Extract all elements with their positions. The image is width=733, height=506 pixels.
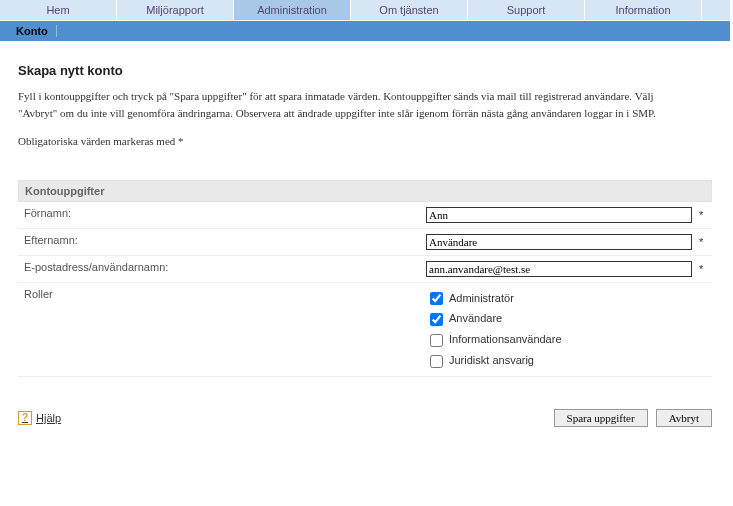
required-mark: *	[695, 236, 703, 248]
cancel-button[interactable]: Avbryt	[656, 409, 712, 427]
role-label: Administratör	[449, 292, 514, 304]
required-mark: *	[695, 263, 703, 275]
nav-tab-support[interactable]: Support	[468, 0, 585, 20]
checkbox-administrator[interactable]	[430, 292, 443, 305]
nav-tab-information[interactable]: Information	[585, 0, 702, 20]
label-efternamn: Efternamn:	[18, 228, 420, 255]
label-email: E-postadress/användarnamn:	[18, 255, 420, 282]
form-table: Förnamn: * Efternamn: * E-postadress/anv…	[18, 202, 712, 378]
sub-nav: Konto	[0, 21, 730, 41]
intro-text-1: Fyll i kontouppgifter och tryck på "Spar…	[18, 88, 658, 121]
role-label: Informationsanvändare	[449, 333, 562, 345]
input-efternamn[interactable]	[426, 234, 692, 250]
role-label: Juridiskt ansvarig	[449, 354, 534, 366]
nav-tab-administration[interactable]: Administration	[234, 0, 351, 20]
role-label: Användare	[449, 312, 502, 324]
subnav-konto[interactable]: Konto	[10, 25, 57, 37]
label-roller: Roller	[18, 282, 420, 377]
nav-tab-omtjansten[interactable]: Om tjänsten	[351, 0, 468, 20]
input-fornamn[interactable]	[426, 207, 692, 223]
nav-tab-hem[interactable]: Hem	[0, 0, 117, 20]
input-email[interactable]	[426, 261, 692, 277]
help-link[interactable]: ? Hjälp	[18, 411, 61, 425]
section-header-kontouppgifter: Kontouppgifter	[18, 180, 712, 202]
footer-bar: ? Hjälp Spara uppgifter Avbryt	[0, 399, 730, 447]
checkbox-anvandare[interactable]	[430, 313, 443, 326]
intro-text-2: Obligatoriska värden markeras med *	[18, 133, 658, 150]
checkbox-juridiskt[interactable]	[430, 355, 443, 368]
nav-tab-miljorapport[interactable]: Miljörapport	[117, 0, 234, 20]
help-label: Hjälp	[36, 412, 61, 424]
save-button[interactable]: Spara uppgifter	[554, 409, 648, 427]
label-fornamn: Förnamn:	[18, 202, 420, 229]
checkbox-informationsanvandare[interactable]	[430, 334, 443, 347]
roles-group: Administratör Användare Informationsanvä…	[426, 288, 706, 372]
top-nav: Hem Miljörapport Administration Om tjäns…	[0, 0, 730, 21]
page-title: Skapa nytt konto	[18, 63, 712, 78]
help-icon: ?	[18, 411, 32, 425]
required-mark: *	[695, 209, 703, 221]
